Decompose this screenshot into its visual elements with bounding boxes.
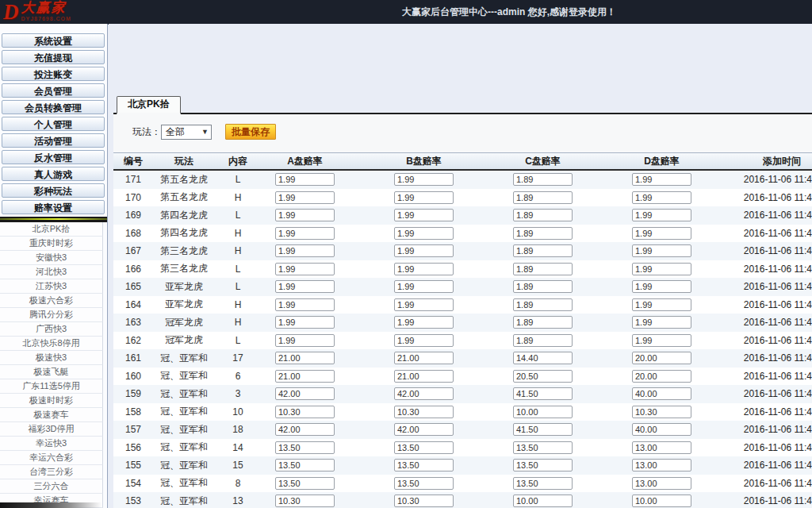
odds-input-c[interactable] xyxy=(513,263,573,275)
sidebar-main-item[interactable]: 个人管理 xyxy=(2,117,105,131)
sidebar-sub-item[interactable]: 北京快乐8停用 xyxy=(0,337,103,351)
sidebar-sub-item[interactable]: 幸运快3 xyxy=(0,437,103,451)
odds-input-b[interactable] xyxy=(394,173,454,186)
odds-input-a[interactable] xyxy=(275,209,335,221)
odds-input-a[interactable] xyxy=(275,495,335,507)
odds-input-b[interactable] xyxy=(394,280,454,293)
odds-input-c[interactable] xyxy=(513,280,573,293)
odds-input-d[interactable] xyxy=(632,280,691,293)
odds-input-a[interactable] xyxy=(275,423,335,436)
odds-input-b[interactable] xyxy=(394,298,454,311)
odds-input-b[interactable] xyxy=(394,423,454,436)
sidebar-sub-item[interactable]: 北京PK拾 xyxy=(0,222,103,237)
sidebar-main-item[interactable]: 真人游戏 xyxy=(2,167,105,181)
odds-input-d[interactable] xyxy=(632,495,691,507)
odds-input-b[interactable] xyxy=(394,227,454,240)
odds-input-b[interactable] xyxy=(394,263,454,275)
odds-input-d[interactable] xyxy=(632,191,691,204)
sidebar-sub-item[interactable]: 广东11选5停用 xyxy=(0,379,103,394)
odds-input-b[interactable] xyxy=(394,244,454,257)
odds-input-a[interactable] xyxy=(275,387,335,400)
odds-input-d[interactable] xyxy=(632,352,691,364)
odds-input-a[interactable] xyxy=(275,370,335,383)
odds-input-a[interactable] xyxy=(275,244,335,257)
sidebar-sub-item[interactable]: 福彩3D停用 xyxy=(0,422,103,437)
odds-input-d[interactable] xyxy=(632,406,691,418)
odds-input-c[interactable] xyxy=(513,406,573,418)
odds-input-d[interactable] xyxy=(632,423,691,436)
odds-input-c[interactable] xyxy=(513,173,573,186)
odds-input-c[interactable] xyxy=(513,227,573,240)
odds-input-b[interactable] xyxy=(394,352,454,364)
sidebar-sub-item[interactable]: 幸运六合彩 xyxy=(0,451,103,465)
odds-input-b[interactable] xyxy=(394,459,454,471)
odds-input-d[interactable] xyxy=(632,263,691,275)
play-type-select[interactable]: 全部 ▼ xyxy=(161,125,212,140)
odds-input-d[interactable] xyxy=(632,477,691,490)
odds-input-b[interactable] xyxy=(394,441,454,454)
odds-input-b[interactable] xyxy=(394,191,454,204)
sidebar-sub-item[interactable]: 极速时时彩 xyxy=(0,394,103,408)
odds-input-c[interactable] xyxy=(513,191,573,204)
odds-input-d[interactable] xyxy=(632,244,691,257)
odds-input-d[interactable] xyxy=(632,209,691,221)
odds-input-b[interactable] xyxy=(394,495,454,507)
odds-input-b[interactable] xyxy=(394,477,454,490)
sidebar-main-item[interactable]: 赔率设置 xyxy=(2,200,105,214)
odds-input-d[interactable] xyxy=(632,316,691,329)
odds-input-c[interactable] xyxy=(513,423,573,436)
odds-input-a[interactable] xyxy=(275,406,335,418)
odds-input-d[interactable] xyxy=(632,370,691,383)
odds-input-d[interactable] xyxy=(632,459,691,471)
sidebar-main-item[interactable]: 投注账变 xyxy=(2,67,105,81)
odds-input-b[interactable] xyxy=(394,316,454,329)
odds-input-c[interactable] xyxy=(513,370,573,383)
odds-input-c[interactable] xyxy=(513,316,573,329)
odds-input-c[interactable] xyxy=(513,352,573,364)
odds-input-a[interactable] xyxy=(275,298,335,311)
sidebar-sub-item[interactable]: 重庆时时彩 xyxy=(0,237,103,251)
tab-beijing-pk10[interactable]: 北京PK拾 xyxy=(117,96,181,114)
odds-input-a[interactable] xyxy=(275,477,335,490)
sidebar-sub-item[interactable]: 台湾三分彩 xyxy=(0,465,103,479)
odds-input-b[interactable] xyxy=(394,209,454,221)
sidebar-sub-item[interactable]: 广西快3 xyxy=(0,322,103,337)
odds-input-a[interactable] xyxy=(275,263,335,275)
sidebar-main-item[interactable]: 活动管理 xyxy=(2,133,105,148)
sidebar-main-item[interactable]: 彩种玩法 xyxy=(2,183,105,198)
sidebar-sub-item[interactable]: 极速赛车 xyxy=(0,408,103,422)
odds-input-a[interactable] xyxy=(275,173,335,186)
odds-input-a[interactable] xyxy=(275,191,335,204)
odds-input-b[interactable] xyxy=(394,387,454,400)
odds-input-d[interactable] xyxy=(632,227,691,240)
sidebar-main-item[interactable]: 系统设置 xyxy=(2,33,105,48)
odds-input-c[interactable] xyxy=(513,298,573,311)
odds-input-d[interactable] xyxy=(632,387,691,400)
odds-input-d[interactable] xyxy=(632,298,691,311)
odds-input-a[interactable] xyxy=(275,441,335,454)
sidebar-sub-item[interactable]: 极速六合彩 xyxy=(0,294,103,308)
odds-input-a[interactable] xyxy=(275,280,335,293)
sidebar-main-item[interactable]: 会员转换管理 xyxy=(2,100,105,114)
sidebar-sub-item[interactable]: 极速快3 xyxy=(0,351,103,365)
sidebar-main-item[interactable]: 充值提现 xyxy=(2,50,105,64)
odds-input-c[interactable] xyxy=(513,387,573,400)
sidebar-sub-item[interactable]: 三分六合 xyxy=(0,479,103,494)
odds-input-c[interactable] xyxy=(513,244,573,257)
sidebar-sub-item[interactable]: 河北快3 xyxy=(0,265,103,279)
odds-input-a[interactable] xyxy=(275,352,335,364)
odds-input-c[interactable] xyxy=(513,477,573,490)
odds-input-a[interactable] xyxy=(275,334,335,347)
odds-input-b[interactable] xyxy=(394,406,454,418)
odds-input-a[interactable] xyxy=(275,316,335,329)
odds-input-c[interactable] xyxy=(513,441,573,454)
sidebar-main-item[interactable]: 反水管理 xyxy=(2,150,105,164)
odds-input-c[interactable] xyxy=(513,495,573,507)
sidebar-sub-item[interactable]: 江苏快3 xyxy=(0,279,103,294)
odds-input-c[interactable] xyxy=(513,209,573,221)
odds-input-c[interactable] xyxy=(513,459,573,471)
odds-input-b[interactable] xyxy=(394,370,454,383)
odds-input-d[interactable] xyxy=(632,441,691,454)
odds-input-d[interactable] xyxy=(632,173,691,186)
sidebar-sub-item[interactable]: 腾讯分分彩 xyxy=(0,308,103,322)
